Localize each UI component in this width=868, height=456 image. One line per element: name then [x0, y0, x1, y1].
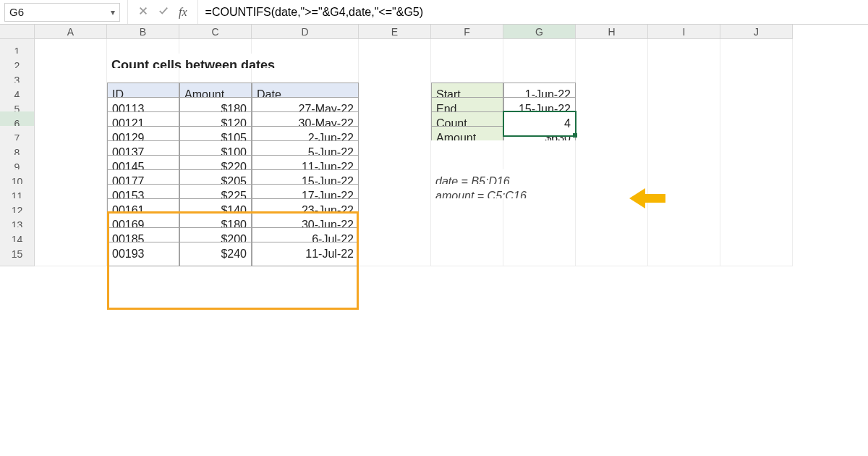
summary-count-value[interactable]: 4: [503, 111, 576, 136]
arrow-icon: [629, 188, 665, 208]
cell-J15[interactable]: [720, 242, 793, 266]
fx-icon[interactable]: fx: [179, 6, 187, 19]
formula-bar-buttons: fx: [127, 0, 198, 24]
formula-bar: G6 ▾ fx: [0, 0, 868, 25]
cell-E15[interactable]: [359, 242, 431, 266]
col-header-B[interactable]: B: [107, 25, 179, 39]
col-header-G[interactable]: G: [503, 25, 576, 39]
select-all-corner[interactable]: [0, 25, 35, 39]
table-row[interactable]: 00193: [107, 242, 179, 266]
table-row[interactable]: 11-Jul-22: [252, 242, 359, 266]
name-box[interactable]: G6 ▾: [4, 3, 120, 22]
formula-input[interactable]: [198, 0, 868, 24]
chevron-down-icon[interactable]: ▾: [111, 7, 115, 17]
cell-I15[interactable]: [648, 242, 720, 266]
cell-A15[interactable]: [35, 242, 107, 266]
spreadsheet-grid[interactable]: A B C D E F G H I J 1 2 Count cells betw…: [0, 25, 868, 256]
col-header-I[interactable]: I: [648, 25, 720, 39]
cell-F15[interactable]: [431, 242, 503, 266]
col-header-F[interactable]: F: [431, 25, 503, 39]
name-box-value: G6: [9, 6, 24, 18]
cell-G15[interactable]: [503, 242, 576, 266]
col-header-D[interactable]: D: [252, 25, 359, 39]
col-header-H[interactable]: H: [576, 25, 648, 39]
col-header-A[interactable]: A: [35, 25, 107, 39]
row-header-15[interactable]: 15: [0, 242, 35, 266]
cancel-icon[interactable]: [138, 6, 148, 19]
col-header-E[interactable]: E: [359, 25, 431, 39]
cell-H15[interactable]: [576, 242, 648, 266]
confirm-icon[interactable]: [158, 6, 169, 19]
col-header-C[interactable]: C: [179, 25, 252, 39]
table-row[interactable]: $240: [179, 242, 252, 266]
col-header-J[interactable]: J: [720, 25, 793, 39]
